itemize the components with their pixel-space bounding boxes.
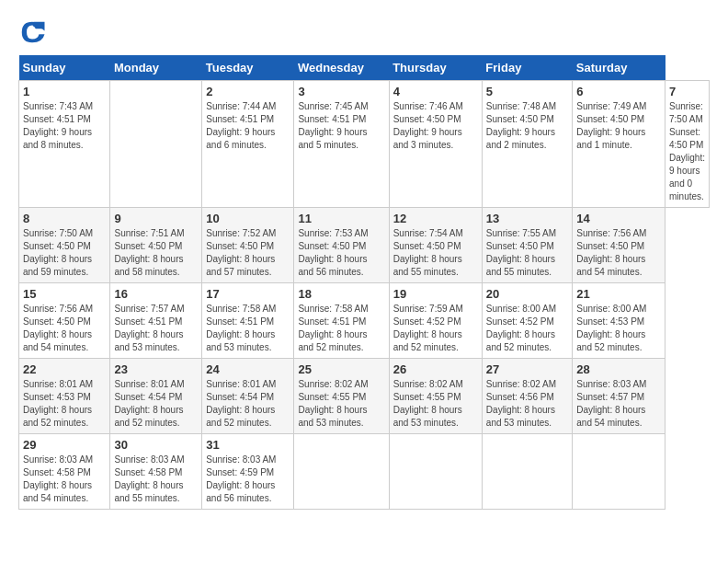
calendar-day-31: 31 Sunrise: 8:03 AMSunset: 4:59 PMDaylig…	[202, 434, 294, 510]
calendar-day-25: 25 Sunrise: 8:02 AMSunset: 4:55 PMDaylig…	[294, 359, 389, 434]
logo-icon	[18, 18, 46, 46]
day-of-week-sunday: Sunday	[19, 55, 110, 81]
day-info: Sunrise: 8:02 AMSunset: 4:55 PMDaylight:…	[298, 379, 368, 428]
day-number: 31	[206, 438, 290, 452]
day-of-week-thursday: Thursday	[389, 55, 482, 81]
day-info: Sunrise: 8:00 AMSunset: 4:53 PMDaylight:…	[576, 304, 646, 352]
logo	[18, 18, 50, 46]
day-number: 24	[206, 362, 290, 376]
calendar-day-28: 28 Sunrise: 8:03 AMSunset: 4:57 PMDaylig…	[573, 359, 665, 434]
calendar-day-27: 27 Sunrise: 8:02 AMSunset: 4:56 PMDaylig…	[482, 359, 572, 434]
day-number: 11	[298, 212, 384, 225]
day-info: Sunrise: 7:46 AMSunset: 4:50 PMDaylight:…	[393, 101, 463, 150]
day-number: 30	[114, 438, 198, 452]
day-of-week-friday: Friday	[482, 55, 572, 81]
day-of-week-tuesday: Tuesday	[202, 55, 294, 81]
calendar-day-29: 29 Sunrise: 8:03 AMSunset: 4:58 PMDaylig…	[19, 434, 110, 510]
day-number: 17	[206, 287, 290, 301]
calendar-day-9: 9 Sunrise: 7:51 AMSunset: 4:50 PMDayligh…	[110, 208, 202, 283]
day-info: Sunrise: 7:44 AMSunset: 4:51 PMDaylight:…	[206, 101, 276, 150]
calendar-day-18: 18 Sunrise: 7:58 AMSunset: 4:51 PMDaylig…	[294, 283, 389, 359]
day-info: Sunrise: 8:03 AMSunset: 4:58 PMDaylight:…	[23, 454, 93, 503]
calendar-day-3: 3 Sunrise: 7:45 AMSunset: 4:51 PMDayligh…	[294, 81, 389, 208]
day-info: Sunrise: 7:43 AMSunset: 4:51 PMDaylight:…	[23, 101, 93, 150]
day-info: Sunrise: 7:50 AMSunset: 4:50 PMDaylight:…	[23, 228, 93, 277]
day-number: 26	[393, 362, 478, 376]
day-info: Sunrise: 7:54 AMSunset: 4:50 PMDaylight:…	[393, 228, 463, 277]
calendar-day-10: 10 Sunrise: 7:52 AMSunset: 4:50 PMDaylig…	[202, 208, 294, 283]
day-number: 9	[114, 212, 198, 225]
calendar-day-empty	[389, 434, 482, 510]
calendar-day-2: 2 Sunrise: 7:44 AMSunset: 4:51 PMDayligh…	[202, 81, 294, 208]
day-number: 4	[393, 85, 478, 98]
day-info: Sunrise: 8:03 AMSunset: 4:59 PMDaylight:…	[206, 454, 276, 503]
calendar-day-16: 16 Sunrise: 7:57 AMSunset: 4:51 PMDaylig…	[110, 283, 202, 359]
day-number: 16	[114, 287, 198, 301]
day-of-week-saturday: Saturday	[573, 55, 665, 81]
calendar: SundayMondayTuesdayWednesdayThursdayFrid…	[18, 55, 710, 510]
day-number: 13	[486, 212, 568, 225]
calendar-day-5: 5 Sunrise: 7:48 AMSunset: 4:50 PMDayligh…	[482, 81, 572, 208]
day-number: 8	[23, 212, 106, 225]
day-info: Sunrise: 7:58 AMSunset: 4:51 PMDaylight:…	[298, 304, 368, 352]
day-info: Sunrise: 8:00 AMSunset: 4:52 PMDaylight:…	[486, 304, 556, 352]
day-info: Sunrise: 8:03 AMSunset: 4:57 PMDaylight:…	[576, 379, 646, 428]
calendar-day-20: 20 Sunrise: 8:00 AMSunset: 4:52 PMDaylig…	[482, 283, 572, 359]
day-info: Sunrise: 7:56 AMSunset: 4:50 PMDaylight:…	[23, 304, 93, 352]
calendar-day-8: 8 Sunrise: 7:50 AMSunset: 4:50 PMDayligh…	[19, 208, 110, 283]
day-info: Sunrise: 8:02 AMSunset: 4:56 PMDaylight:…	[486, 379, 556, 428]
calendar-day-24: 24 Sunrise: 8:01 AMSunset: 4:54 PMDaylig…	[202, 359, 294, 434]
calendar-day-19: 19 Sunrise: 7:59 AMSunset: 4:52 PMDaylig…	[389, 283, 482, 359]
day-info: Sunrise: 7:52 AMSunset: 4:50 PMDaylight:…	[206, 228, 276, 277]
day-number: 14	[576, 212, 661, 225]
day-number: 25	[298, 362, 384, 376]
day-info: Sunrise: 8:02 AMSunset: 4:55 PMDaylight:…	[393, 379, 463, 428]
day-info: Sunrise: 8:01 AMSunset: 4:54 PMDaylight:…	[206, 379, 276, 428]
day-number: 28	[576, 362, 661, 376]
day-info: Sunrise: 7:57 AMSunset: 4:51 PMDaylight:…	[114, 304, 184, 352]
day-info: Sunrise: 7:59 AMSunset: 4:52 PMDaylight:…	[393, 304, 463, 352]
day-info: Sunrise: 7:51 AMSunset: 4:50 PMDaylight:…	[114, 228, 184, 277]
day-info: Sunrise: 8:01 AMSunset: 4:54 PMDaylight:…	[114, 379, 184, 428]
calendar-day-12: 12 Sunrise: 7:54 AMSunset: 4:50 PMDaylig…	[389, 208, 482, 283]
calendar-week-1: 1 Sunrise: 7:43 AMSunset: 4:51 PMDayligh…	[19, 81, 710, 208]
day-number: 18	[298, 287, 384, 301]
day-info: Sunrise: 7:53 AMSunset: 4:50 PMDaylight:…	[298, 228, 368, 277]
day-number: 19	[393, 287, 478, 301]
day-number: 10	[206, 212, 290, 225]
calendar-day-empty	[482, 434, 572, 510]
calendar-week-5: 29 Sunrise: 8:03 AMSunset: 4:58 PMDaylig…	[19, 434, 710, 510]
calendar-header-row: SundayMondayTuesdayWednesdayThursdayFrid…	[19, 55, 710, 81]
day-number: 27	[486, 362, 568, 376]
calendar-day-6: 6 Sunrise: 7:49 AMSunset: 4:50 PMDayligh…	[573, 81, 665, 208]
calendar-day-21: 21 Sunrise: 8:00 AMSunset: 4:53 PMDaylig…	[573, 283, 665, 359]
day-info: Sunrise: 7:50 AMSunset: 4:50 PMDaylight:…	[669, 101, 705, 201]
calendar-day-22: 22 Sunrise: 8:01 AMSunset: 4:53 PMDaylig…	[19, 359, 110, 434]
calendar-day-11: 11 Sunrise: 7:53 AMSunset: 4:50 PMDaylig…	[294, 208, 389, 283]
calendar-day-14: 14 Sunrise: 7:56 AMSunset: 4:50 PMDaylig…	[573, 208, 665, 283]
day-of-week-wednesday: Wednesday	[294, 55, 389, 81]
calendar-week-2: 8 Sunrise: 7:50 AMSunset: 4:50 PMDayligh…	[19, 208, 710, 283]
day-info: Sunrise: 7:56 AMSunset: 4:50 PMDaylight:…	[576, 228, 646, 277]
calendar-day-13: 13 Sunrise: 7:55 AMSunset: 4:50 PMDaylig…	[482, 208, 572, 283]
day-info: Sunrise: 7:58 AMSunset: 4:51 PMDaylight:…	[206, 304, 276, 352]
day-number: 21	[576, 287, 661, 301]
calendar-day-17: 17 Sunrise: 7:58 AMSunset: 4:51 PMDaylig…	[202, 283, 294, 359]
day-number: 3	[298, 85, 384, 98]
day-number: 15	[23, 287, 106, 301]
calendar-day-23: 23 Sunrise: 8:01 AMSunset: 4:54 PMDaylig…	[110, 359, 202, 434]
day-number: 6	[576, 85, 661, 98]
day-info: Sunrise: 8:03 AMSunset: 4:58 PMDaylight:…	[114, 454, 184, 503]
day-number: 7	[669, 85, 705, 98]
day-info: Sunrise: 7:45 AMSunset: 4:51 PMDaylight:…	[298, 101, 368, 150]
day-number: 1	[23, 85, 106, 98]
calendar-day-empty	[573, 434, 665, 510]
day-number: 20	[486, 287, 568, 301]
day-of-week-monday: Monday	[110, 55, 202, 81]
calendar-day-empty	[110, 81, 202, 208]
day-info: Sunrise: 7:55 AMSunset: 4:50 PMDaylight:…	[486, 228, 556, 277]
day-number: 5	[486, 85, 568, 98]
day-info: Sunrise: 8:01 AMSunset: 4:53 PMDaylight:…	[23, 379, 93, 428]
day-number: 23	[114, 362, 198, 376]
calendar-day-26: 26 Sunrise: 8:02 AMSunset: 4:55 PMDaylig…	[389, 359, 482, 434]
